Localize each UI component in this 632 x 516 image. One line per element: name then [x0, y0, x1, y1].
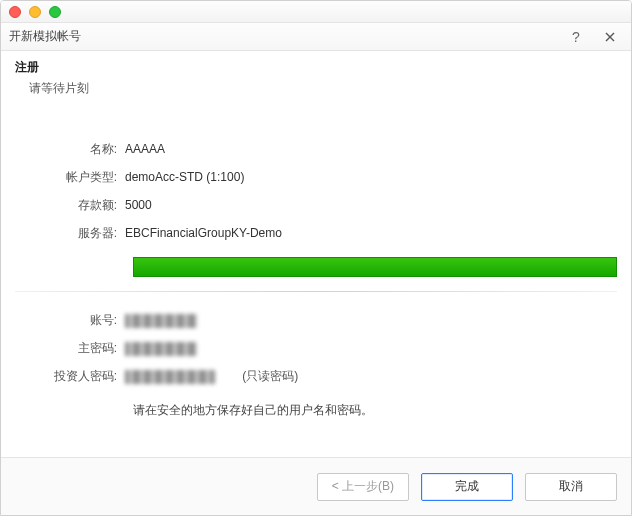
account-type-label: 帐户类型:	[15, 167, 125, 187]
close-icon	[605, 32, 615, 42]
finish-button[interactable]: 完成	[421, 473, 513, 501]
window-title: 开新模拟帐号	[9, 28, 559, 45]
row-login: 账号:	[15, 310, 617, 330]
deposit-value: 5000	[125, 195, 617, 215]
safety-note: 请在安全的地方保存好自己的用户名和密码。	[15, 402, 617, 419]
progress-bar	[133, 257, 617, 277]
name-value: AAAAA	[125, 139, 617, 159]
mac-minimize-icon[interactable]	[29, 6, 41, 18]
row-password: 主密码:	[15, 338, 617, 358]
investor-value: (只读密码)	[125, 366, 617, 386]
row-deposit: 存款额: 5000	[15, 195, 617, 215]
name-label: 名称:	[15, 139, 125, 159]
login-value	[125, 310, 617, 330]
deposit-label: 存款额:	[15, 195, 125, 215]
account-type-value: demoAcc-STD (1:100)	[125, 167, 617, 187]
server-value: EBCFinancialGroupKY-Demo	[125, 223, 617, 243]
redacted-value	[125, 314, 197, 328]
server-label: 服务器:	[15, 223, 125, 243]
back-button: < 上一步(B)	[317, 473, 409, 501]
password-value	[125, 338, 617, 358]
mac-close-icon[interactable]	[9, 6, 21, 18]
title-bar: 开新模拟帐号 ?	[1, 23, 631, 51]
progress-bar-wrap	[15, 257, 617, 277]
redacted-value	[125, 342, 197, 356]
row-name: 名称: AAAAA	[15, 139, 617, 159]
password-label: 主密码:	[15, 338, 125, 358]
investor-label: 投资人密码:	[15, 366, 125, 386]
section-subtitle: 请等待片刻	[29, 80, 617, 97]
login-label: 账号:	[15, 310, 125, 330]
row-server: 服务器: EBCFinancialGroupKY-Demo	[15, 223, 617, 243]
close-button[interactable]	[593, 25, 627, 49]
mac-zoom-icon[interactable]	[49, 6, 61, 18]
content-area: 注册 请等待片刻 名称: AAAAA 帐户类型: demoAcc-STD (1:…	[1, 51, 631, 457]
mac-traffic-lights	[1, 1, 631, 23]
cancel-button[interactable]: 取消	[525, 473, 617, 501]
dialog-window: 开新模拟帐号 ? 注册 请等待片刻 名称: AAAAA 帐户类型: demoAc…	[0, 0, 632, 516]
divider	[15, 291, 617, 292]
readonly-hint: (只读密码)	[242, 369, 298, 383]
help-button[interactable]: ?	[559, 25, 593, 49]
row-investor: 投资人密码: (只读密码)	[15, 366, 617, 386]
redacted-value	[125, 370, 215, 384]
section-title: 注册	[15, 59, 617, 76]
footer: < 上一步(B) 完成 取消	[1, 457, 631, 515]
row-account-type: 帐户类型: demoAcc-STD (1:100)	[15, 167, 617, 187]
